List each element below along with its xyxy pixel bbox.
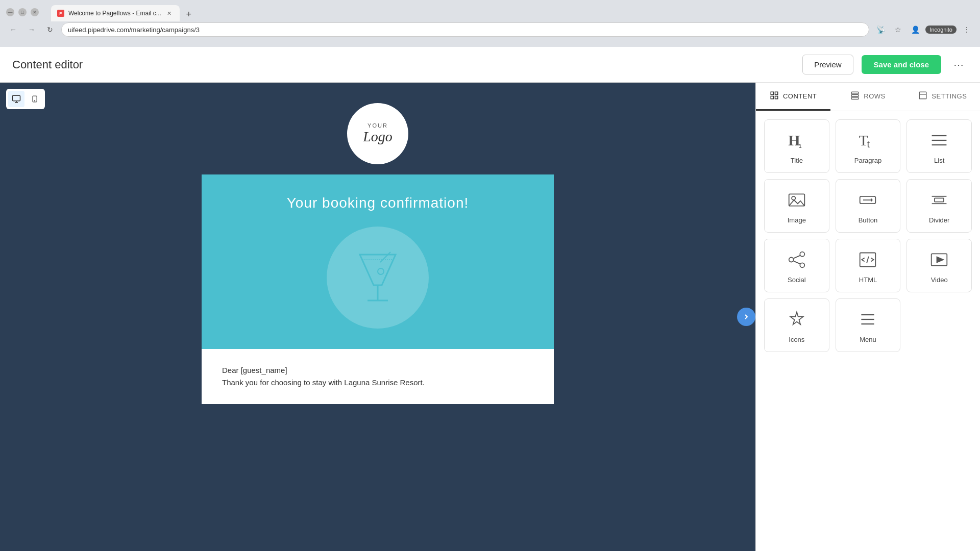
refresh-button[interactable]: ↻: [43, 22, 57, 37]
html-icon: [859, 249, 877, 270]
svg-point-36: [800, 263, 804, 267]
window-minimize[interactable]: —: [6, 8, 14, 16]
logo-your-text: YOUR: [368, 122, 388, 129]
video-icon: [930, 249, 948, 270]
new-tab-button[interactable]: +: [182, 7, 196, 21]
page-title: Content editor: [12, 58, 794, 71]
email-white-section: Dear [guest_name] Thank you for choosing…: [202, 349, 554, 404]
divider-label: Divider: [929, 216, 949, 224]
content-tab-icon: [770, 91, 779, 102]
browser-window-controls: — □ ✕: [6, 8, 39, 16]
rows-tab-icon: [850, 91, 860, 102]
logo-main-text: Logo: [363, 129, 393, 145]
email-dear-line2: Thank you for choosing to stay with Lagu…: [222, 377, 533, 389]
address-bar[interactable]: uifeed.pipedrive.com/marketing/campaigns…: [61, 22, 869, 37]
address-bar-row: ← → ↻ uifeed.pipedrive.com/marketing/cam…: [0, 20, 980, 39]
svg-line-37: [794, 256, 800, 258]
html-label: HTML: [859, 276, 877, 284]
svg-point-26: [792, 196, 795, 200]
social-label: Social: [788, 276, 805, 284]
content-item-paragraph[interactable]: T t Paragrap: [836, 119, 901, 173]
browser-chrome: — □ ✕ P Welcome to Pageflows - Email c..…: [0, 0, 980, 47]
divider-icon: [930, 190, 948, 210]
paragraph-label: Paragrap: [854, 157, 881, 164]
content-item-video[interactable]: Video: [906, 239, 972, 292]
content-tab-label: CONTENT: [783, 92, 817, 100]
settings-tab-icon: [918, 91, 927, 102]
tab-settings[interactable]: SETTINGS: [905, 83, 980, 111]
svg-rect-16: [920, 92, 927, 99]
menu-button[interactable]: ⋮: [960, 22, 974, 37]
svg-rect-10: [775, 92, 777, 94]
tab-favicon: P: [57, 10, 64, 17]
list-icon: [930, 130, 948, 151]
preview-button[interactable]: Preview: [802, 55, 853, 74]
svg-line-38: [794, 261, 800, 264]
main-layout: YOUR Logo Your booking confirmation!: [0, 83, 980, 551]
svg-rect-14: [852, 94, 859, 96]
email-header-section: YOUR Logo: [202, 83, 554, 174]
rows-tab-label: ROWS: [864, 92, 885, 100]
svg-line-6: [380, 252, 390, 262]
svg-line-40: [867, 257, 869, 263]
booking-title: Your booking confirmation!: [287, 195, 469, 211]
video-label: Video: [931, 276, 948, 284]
tab-rows[interactable]: ROWS: [830, 83, 905, 111]
svg-rect-11: [771, 96, 773, 98]
tab-close-button[interactable]: ✕: [165, 9, 174, 17]
content-items-grid: H ₁ Title T t Paragrap: [756, 111, 980, 360]
tab-title: Welcome to Pageflows - Email c...: [68, 10, 161, 17]
incognito-badge: Incognito: [925, 26, 957, 34]
svg-point-7: [378, 268, 384, 274]
menu-icon: [859, 309, 877, 330]
svg-point-35: [789, 258, 794, 262]
content-item-icons[interactable]: Icons: [764, 298, 829, 352]
title-label: Title: [791, 157, 803, 164]
window-maximize[interactable]: □: [18, 8, 27, 16]
tab-content[interactable]: CONTENT: [756, 83, 830, 111]
svg-rect-32: [935, 198, 944, 202]
panel-tabs: CONTENT ROWS: [756, 83, 980, 111]
desktop-view-button[interactable]: [8, 91, 24, 107]
save-close-button[interactable]: Save and close: [862, 55, 941, 74]
button-label: Button: [859, 216, 878, 224]
svg-rect-15: [852, 97, 859, 99]
app-header: Content editor Preview Save and close ⋯: [0, 47, 980, 83]
svg-text:t: t: [867, 138, 870, 149]
menu-label: Menu: [860, 336, 876, 343]
profile-button[interactable]: 👤: [908, 22, 922, 37]
svg-marker-43: [790, 312, 803, 324]
right-panel: CONTENT ROWS: [755, 83, 980, 551]
content-item-menu[interactable]: Menu: [836, 298, 901, 352]
icons-label: Icons: [789, 336, 804, 343]
content-item-html[interactable]: HTML: [836, 239, 901, 292]
content-item-list[interactable]: List: [906, 119, 972, 173]
active-tab[interactable]: P Welcome to Pageflows - Email c... ✕: [51, 5, 180, 21]
mobile-view-button[interactable]: [27, 91, 43, 107]
tab-bar: P Welcome to Pageflows - Email c... ✕ +: [45, 3, 202, 21]
window-close[interactable]: ✕: [31, 8, 39, 16]
content-item-social[interactable]: Social: [764, 239, 829, 292]
list-label: List: [934, 157, 944, 164]
logo-circle: YOUR Logo: [347, 103, 408, 164]
social-icon: [788, 249, 806, 270]
settings-tab-label: SETTINGS: [932, 92, 967, 100]
canvas-area: YOUR Logo Your booking confirmation!: [0, 83, 755, 551]
email-dear-line1: Dear [guest_name]: [222, 364, 533, 377]
content-item-divider[interactable]: Divider: [906, 179, 972, 233]
content-item-title[interactable]: H ₁ Title: [764, 119, 829, 173]
forward-button[interactable]: →: [24, 22, 39, 37]
content-item-button[interactable]: Button: [836, 179, 901, 233]
toggle-panel-button[interactable]: [737, 308, 755, 326]
content-item-image[interactable]: Image: [764, 179, 829, 233]
svg-rect-0: [13, 95, 20, 101]
bookmark-button[interactable]: ☆: [891, 22, 905, 37]
back-button[interactable]: ←: [6, 22, 20, 37]
canvas-toolbar: [6, 89, 45, 109]
incognito-label: Incognito: [929, 27, 952, 33]
more-options-button[interactable]: ⋯: [949, 56, 968, 74]
svg-text:₁: ₁: [798, 140, 802, 150]
cast-button[interactable]: 📡: [873, 22, 888, 37]
svg-point-2: [34, 101, 35, 101]
svg-marker-42: [937, 257, 944, 263]
